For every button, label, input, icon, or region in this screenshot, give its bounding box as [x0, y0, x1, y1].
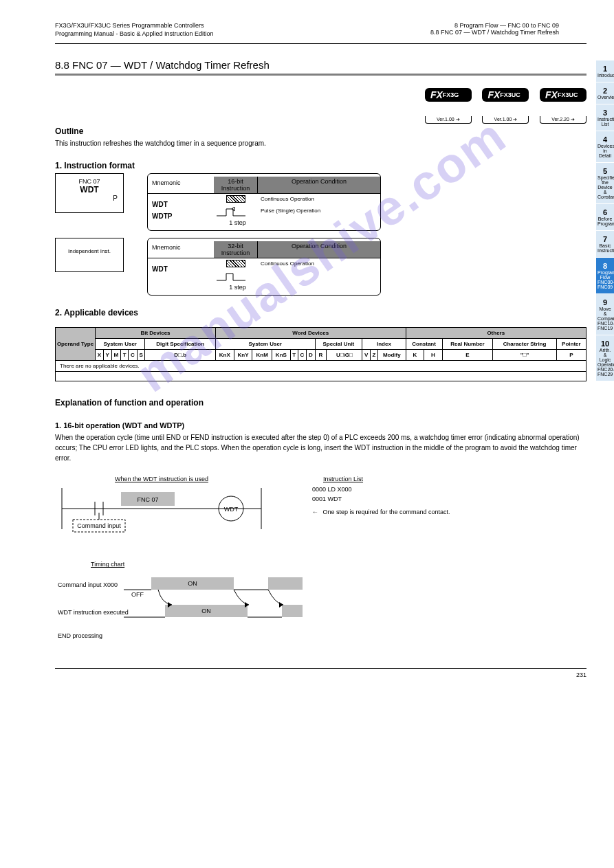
format-row-1: FNC 07 WDT P Mnemonic 16-bit Instruction… [55, 173, 586, 231]
col-17: Z [370, 350, 377, 361]
instlist-caption: Instruction List [323, 476, 488, 482]
fncbox-1-line2: WDT [57, 185, 122, 194]
tab-7[interactable]: 7Basic Instruction [596, 231, 614, 258]
col-11: T [290, 350, 298, 361]
col-7: KnX [215, 350, 234, 361]
rb1-name-p: WDTP [152, 212, 214, 220]
tab-8[interactable]: 8Program Flow FNC00-FNC09 [596, 258, 614, 294]
tab-6[interactable]: 6Before Programming [596, 204, 614, 231]
timing-on2: ON [201, 608, 211, 614]
col-15: U□\G□ [327, 350, 362, 361]
format-title: 1. Instruction format [55, 161, 586, 170]
timing-caption: Timing chart [91, 561, 586, 568]
func-text1: When the operation cycle (time until END… [55, 432, 586, 463]
col-18: Modify [378, 350, 406, 361]
col-12: C [298, 350, 306, 361]
ladder-wdt-label: WDT [224, 506, 239, 513]
rb2-left: Mnemonic [148, 241, 214, 258]
inst-line2: 0001 WDT [312, 495, 488, 504]
outline-title: Outline [55, 126, 586, 136]
col-6: D□.b [145, 350, 215, 361]
timing-chart-block: Timing chart Command input X000 ON OFF W… [55, 561, 586, 649]
tab-1[interactable]: 1Introduction [596, 60, 614, 82]
rb1-sp: 16-bit Instruction [214, 177, 258, 193]
rb1-cond2: Pulse (Single) Operation [261, 208, 377, 214]
tab-10[interactable]: 10Arith. & Logic Operation FNC20-FNC29 [596, 335, 614, 381]
fncbox-1-line1: FNC 07 [57, 178, 122, 185]
appdev-gh-bit: Bit Devices [96, 328, 216, 339]
func-title: Explanation of function and operation [55, 398, 586, 408]
appdev-osub1: Constant [406, 339, 442, 350]
func-item1: 1. 16-bit operation (WDT and WDTP) [55, 421, 586, 430]
tab-2[interactable]: 2Overview [596, 82, 614, 104]
ladder-fnc-label: FNC 07 [137, 496, 158, 503]
col-21: E [442, 350, 493, 361]
header-chapter-1: 8 Program Flow — FNC 00 to FNC 09 [430, 22, 559, 29]
format-row-2: Independent Inst. Mnemonic 32-bit Instru… [55, 238, 586, 296]
hatch-icon-2 [226, 260, 245, 267]
rb1-left: Mnemonic [148, 177, 214, 193]
rb1-desc: Operation Condition [258, 177, 380, 193]
badge-fx3g: FXFX3G [425, 88, 472, 102]
timing-end-label: END processing [58, 632, 102, 639]
outline-text: This instruction refreshes the watchdog … [55, 139, 586, 148]
ladder-diagram-box: When the WDT instruction is used FNC 07 … [55, 476, 268, 546]
appdev-osub3: Character String [493, 339, 556, 350]
appdev-title: 2. Applicable devices [55, 308, 586, 318]
pulse-icon [215, 207, 256, 218]
tab-5[interactable]: 5Specified the Device & Constant [596, 163, 614, 204]
col-3: T [121, 350, 129, 361]
col-13: D [307, 350, 315, 361]
svg-rect-12 [268, 577, 303, 590]
col-9: KnM [252, 350, 272, 361]
appdev-bitsub2: Digit Specification [145, 339, 215, 350]
appdev-note: There are no applicable devices. [56, 361, 586, 372]
ladder-caption: When the WDT instruction is used [55, 476, 268, 482]
rb2-sp: 32-bit Instruction [214, 241, 258, 258]
fncbox-2-label: Independent Inst. [57, 248, 122, 254]
rb2-desc: Operation Condition [258, 241, 380, 258]
ladder-diagram: FNC 07 WDT Command input [55, 485, 268, 544]
col-14: R [315, 350, 327, 361]
col-2: M [111, 350, 121, 361]
section-rule [55, 74, 586, 76]
header-rule [55, 43, 586, 44]
col-10: KnS [272, 350, 291, 361]
inst-note-text: One step is required for the command con… [323, 509, 450, 515]
inst-note: One step is required for the command con… [312, 508, 488, 518]
appdev-bitsub1: System User [96, 339, 145, 350]
instruction-list-box: Instruction List 0000 LD X000 0001 WDT O… [296, 476, 488, 518]
page-footer: 231 [55, 668, 586, 678]
timing-x-label: Command input X000 [58, 581, 118, 588]
format-fncbox-1: FNC 07 WDT P [55, 173, 124, 213]
header-right: 8 Program Flow — FNC 00 to FNC 09 8.8 FN… [430, 22, 559, 36]
ladder-cmd-label: Command input [77, 522, 121, 529]
badge-fx3uc-1: FXFX3UC [482, 88, 529, 102]
pulse-icon-2 [215, 271, 256, 282]
rb2-cond: Continuous Operation [261, 260, 377, 267]
appdev-osub4: Pointer [556, 339, 586, 350]
appdev-rowleft: Operand Type [56, 328, 96, 361]
appdev-osub2: Real Number [442, 339, 493, 350]
appdev-wsub2: Special Unit [315, 339, 362, 350]
page-number: 231 [576, 671, 586, 678]
appdev-gh-other: Others [406, 328, 586, 339]
header-chapter-2: 8.8 FNC 07 — WDT / Watchdog Timer Refres… [430, 29, 559, 36]
format-rightbox-1: Mnemonic 16-bit Instruction Operation Co… [147, 173, 381, 231]
tab-4[interactable]: 4Devices in Detail [596, 131, 614, 163]
tab-3[interactable]: 3Instruction List [596, 104, 614, 131]
hatch-icon [226, 195, 245, 203]
col-4: C [129, 350, 137, 361]
model-badges: FXFX3G Ver.1.00 ➔ FXFX3UC Ver.1.00 ➔ FXF… [55, 88, 586, 114]
timing-on1: ON [188, 580, 197, 587]
tab-9[interactable]: 9Move & Compare FNC10-FNC19 [596, 294, 614, 335]
timing-off1: OFF [131, 591, 144, 598]
col-5: S [137, 350, 145, 361]
badge-fx3uc-1-ver: Ver.1.00 ➔ [482, 116, 529, 124]
col-19: K [406, 350, 424, 361]
appdev-wsub1: System User [215, 339, 315, 350]
side-tabs: 1Introduction 2Overview 3Instruction Lis… [596, 60, 614, 381]
badge-fx3uc-2: FXFX3UC [540, 88, 586, 102]
col-16: V [362, 350, 371, 361]
svg-rect-16 [282, 605, 303, 617]
